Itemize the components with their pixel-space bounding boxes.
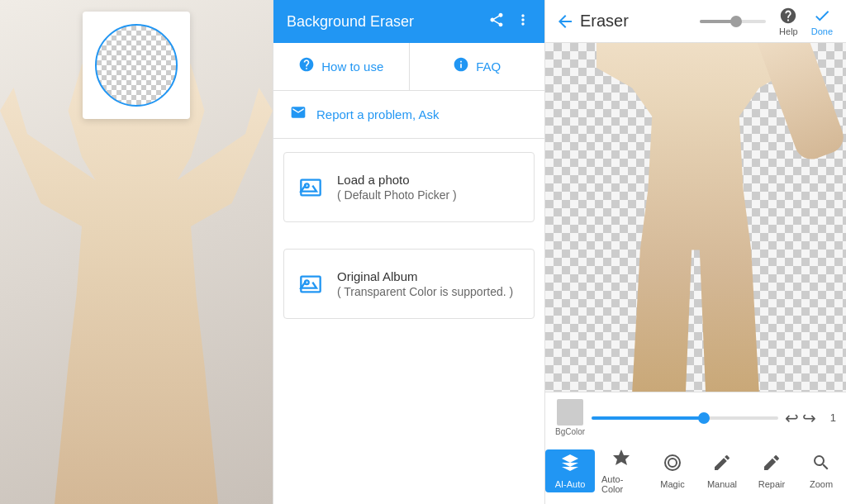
how-to-use-label: How to use (321, 59, 383, 74)
bgcolor-label: BgColor (555, 427, 585, 436)
original-album-subtitle: ( Transparent Color is supported. ) (337, 285, 513, 298)
manual-tool[interactable]: Manual (697, 449, 747, 492)
zoom-tool[interactable]: Zoom (796, 449, 846, 492)
canvas-area[interactable] (545, 43, 846, 392)
person-canvas (596, 43, 795, 392)
bgcolor-control[interactable]: BgColor (555, 399, 585, 436)
done-label: Done (811, 26, 833, 36)
load-photo-button[interactable]: Load a photo ( Default Photo Picker ) (283, 152, 535, 222)
load-photo-title: Load a photo (337, 173, 457, 187)
middle-header: Background Eraser (273, 0, 544, 43)
how-to-use-button[interactable]: How to use (273, 43, 410, 90)
repair-icon (762, 453, 782, 478)
brush-size-track-fill (592, 416, 704, 420)
email-icon (290, 104, 307, 125)
menu-row: How to use FAQ (273, 43, 544, 91)
right-toolbar: BgColor ↩ ↪ 1 AI-Auto (545, 392, 846, 504)
share-icon[interactable] (488, 12, 505, 32)
ai-auto-label: AI-Auto (555, 479, 586, 489)
preview-card (83, 12, 190, 119)
help-circle-icon (298, 56, 315, 77)
report-problem-button[interactable]: Report a problem, Ask (273, 91, 544, 139)
manual-label: Manual (707, 479, 737, 489)
repair-tool[interactable]: Repair (747, 449, 796, 492)
info-circle-icon (453, 56, 469, 77)
faq-button[interactable]: FAQ (410, 43, 545, 90)
brush-size-value: 1 (823, 411, 836, 424)
zoom-label: Zoom (810, 479, 833, 489)
load-photo-subtitle: ( Default Photo Picker ) (337, 188, 457, 202)
left-panel (0, 0, 273, 504)
photo-picker-icon (297, 174, 324, 201)
zoom-icon (811, 453, 831, 478)
eraser-title: Eraser (580, 12, 629, 31)
svg-marker-4 (613, 449, 630, 465)
manual-icon (712, 453, 732, 478)
brush-size-thumb (698, 412, 710, 424)
magic-tool[interactable]: Magic (648, 449, 697, 492)
magic-label: Magic (660, 479, 684, 489)
right-panel: Eraser Help Done (545, 0, 846, 504)
app-title: Background Eraser (287, 13, 478, 31)
redo-button[interactable]: ↪ (802, 408, 816, 428)
original-album-text: Original Album ( Transparent Color is su… (337, 269, 513, 298)
done-button[interactable]: Done (805, 3, 839, 40)
undo-redo-group: ↩ ↪ (785, 408, 816, 428)
brush-size-slider[interactable] (592, 416, 778, 420)
bgcolor-preview (557, 399, 583, 426)
report-label: Report a problem, Ask (316, 107, 439, 121)
right-header: Eraser Help Done (545, 0, 846, 43)
magic-icon (663, 453, 682, 478)
repair-label: Repair (758, 479, 785, 489)
auto-color-label: Auto-Color (601, 474, 641, 494)
load-photo-text: Load a photo ( Default Photo Picker ) (337, 173, 457, 202)
transparent-preview-circle (95, 24, 178, 107)
undo-button[interactable]: ↩ (785, 408, 799, 428)
album-icon (297, 271, 324, 297)
original-album-button[interactable]: Original Album ( Transparent Color is su… (283, 249, 535, 319)
faq-label: FAQ (476, 59, 501, 74)
more-options-icon[interactable] (515, 12, 531, 32)
middle-panel: Background Eraser How to use (273, 0, 545, 504)
original-album-title: Original Album (337, 269, 513, 283)
ai-auto-tool[interactable]: AI-Auto (545, 449, 595, 492)
ai-auto-icon (560, 453, 580, 478)
tool-row: AI-Auto Auto-Color Magic (545, 440, 846, 504)
header-slider[interactable] (700, 20, 766, 23)
help-label: Help (779, 26, 798, 36)
slider-row: BgColor ↩ ↪ 1 (545, 392, 846, 440)
help-button[interactable]: Help (772, 3, 805, 40)
auto-color-tool[interactable]: Auto-Color (595, 445, 648, 497)
back-button[interactable]: Eraser (555, 12, 629, 31)
auto-color-icon (611, 448, 631, 473)
